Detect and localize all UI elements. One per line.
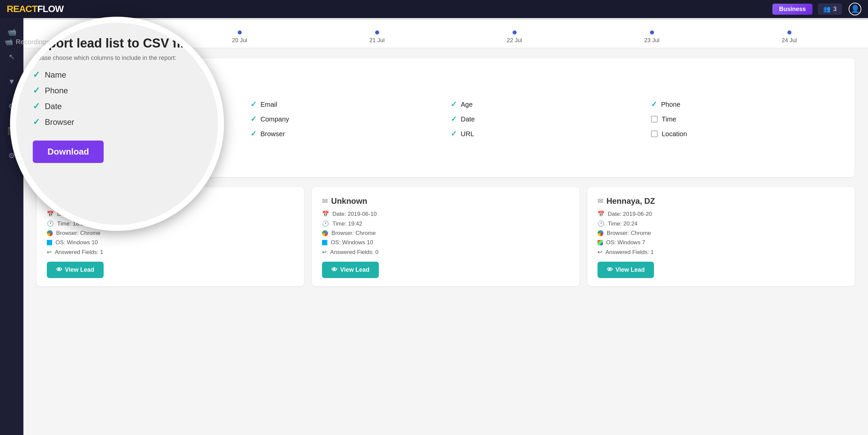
lead-2-chrome-icon xyxy=(322,230,328,236)
check-name-icon: ✓ xyxy=(50,100,56,109)
timeline-date-23jul: 23 Jul xyxy=(644,30,659,44)
lead-2-mail-icon: ✉ xyxy=(322,197,328,205)
timeline-date-24jul: 24 Jul xyxy=(782,30,797,44)
sidebar-item-heatmaps[interactable]: ↖ xyxy=(4,50,19,64)
lead-1-answered: ↩ Answered Fields: 1 xyxy=(47,249,294,256)
lead-card-3: ✉ Hennaya, DZ 📅 Date: 2019-06-20 🕐 Time:… xyxy=(587,187,855,286)
sidebar: 📹 ↖ ▼ ⚙ ⬛ ⚙ xyxy=(0,18,23,435)
lead-3-time: 🕐 Time: 20:24 xyxy=(597,220,845,227)
team-count: 3 xyxy=(833,6,837,13)
lead-2-date: 📅 Date: 2019-06-10 xyxy=(322,210,569,218)
view-lead-2-eye-icon: 👁 xyxy=(331,266,337,273)
top-navigation: REACTFLOW Business 👥 3 👤 xyxy=(0,0,868,18)
checkbox-age[interactable]: ✓ Age xyxy=(451,100,641,109)
lead-3-answered-icon: ↩ xyxy=(597,249,602,256)
lead-2-date-icon: 📅 xyxy=(322,210,329,218)
lead-2-answered: ↩ Answered Fields: 0 xyxy=(322,249,569,256)
timeline-date-21jul: 21 Jul xyxy=(369,30,384,44)
page-content: Export lead list to CSV file Please choo… xyxy=(23,48,868,435)
lead-1-chrome-icon xyxy=(47,230,53,236)
export-title: Export lead list to CSV file xyxy=(50,68,841,81)
plan-badge[interactable]: Business xyxy=(772,4,812,15)
checkbox-time[interactable]: Time xyxy=(651,115,841,123)
user-menu-button[interactable]: 👤 xyxy=(848,3,861,16)
download-button[interactable]: Download xyxy=(50,148,112,167)
sidebar-item-settings2[interactable]: ⚙ xyxy=(4,149,19,163)
checkbox-company-label: Company xyxy=(260,115,289,123)
lead-1-time: 🕐 Time: 18:30 xyxy=(47,220,294,227)
view-lead-button-3[interactable]: 👁 View Lead xyxy=(597,262,654,278)
checkbox-time-label: Time xyxy=(662,115,676,123)
check-phone-icon: ✓ xyxy=(651,100,657,109)
check-browser-icon: ✓ xyxy=(250,129,256,138)
lead-3-os: OS: Windows 7 xyxy=(597,239,845,246)
lead-3-mail-icon: ✉ xyxy=(597,197,603,205)
lead-card-2: ✉ Unknown 📅 Date: 2019-06-10 🕐 Time: 19:… xyxy=(312,187,579,286)
checkbox-location[interactable]: Location xyxy=(651,129,841,138)
check-email-icon: ✓ xyxy=(250,100,256,109)
sidebar-item-funnels[interactable]: ▼ xyxy=(4,74,19,89)
checkbox-url[interactable]: ✓ URL xyxy=(451,129,641,138)
lead-1-browser: Browser: Chrome xyxy=(47,230,294,237)
check-date-icon: ✓ xyxy=(451,115,457,123)
lead-2-windows-icon xyxy=(322,240,327,245)
checkbox-age-label: Age xyxy=(461,101,473,109)
checkbox-date-label: Date xyxy=(461,115,475,123)
check-os-icon: ✓ xyxy=(50,129,56,138)
checkbox-browser[interactable]: ✓ Browser xyxy=(250,129,441,138)
main-content: 19 Jul 20 Jul 21 Jul 22 Jul 23 Jul 24 Ju… xyxy=(23,18,868,435)
sidebar-item-settings[interactable]: ⚙ xyxy=(4,99,19,114)
lead-3-date-icon: 📅 xyxy=(597,210,604,218)
view-lead-button-2[interactable]: 👁 View Lead xyxy=(322,262,379,278)
checkbox-date[interactable]: ✓ Date xyxy=(451,115,641,123)
timeline-date-20jul: 20 Jul xyxy=(232,30,247,44)
checkbox-phone[interactable]: ✓ Phone xyxy=(651,100,841,109)
view-lead-3-eye-icon: 👁 xyxy=(607,266,613,273)
sidebar-recordings-label: 📹 Recordings xyxy=(5,38,50,46)
lead-2-browser: Browser: Chrome xyxy=(322,230,569,237)
check-company-icon: ✓ xyxy=(250,115,256,123)
export-section: Export lead list to CSV file Please choo… xyxy=(37,58,855,177)
check-url-icon: ✓ xyxy=(451,129,457,138)
lead-3-date: 📅 Date: 2019-06-20 xyxy=(597,210,845,218)
sidebar-item-recordings[interactable]: 📹 xyxy=(4,25,19,39)
lead-1-answered-icon: ↩ xyxy=(47,249,52,256)
recordings-icon: 📹 xyxy=(5,38,13,46)
unchecked-location-box xyxy=(651,130,658,137)
timeline-date-22jul: 22 Jul xyxy=(507,30,522,44)
checkbox-phone-label: Phone xyxy=(661,101,680,109)
column-checkboxes: ✓ Name ✓ Email ✓ Age ✓ Phone ✓ xyxy=(50,100,841,138)
checkbox-browser-label: Browser xyxy=(260,130,285,138)
check-gender-icon: ✓ xyxy=(50,115,56,123)
lead-3-browser: Browser: Chrome xyxy=(597,230,845,237)
logo-flow: FLOW xyxy=(37,4,63,14)
lead-1-date-icon: 📅 xyxy=(47,210,54,218)
view-lead-button-1[interactable]: 👁 View Lead xyxy=(47,262,104,278)
checkbox-os[interactable]: ✓ OS xyxy=(50,129,240,138)
lead-1-mail-icon: ✉ xyxy=(47,197,53,205)
checkbox-company[interactable]: ✓ Company xyxy=(250,115,441,123)
timeline: 19 Jul 20 Jul 21 Jul 22 Jul 23 Jul 24 Ju… xyxy=(23,18,868,48)
lead-3-location: ✉ Hennaya, DZ xyxy=(597,196,845,206)
checkbox-name[interactable]: ✓ Name xyxy=(50,100,240,109)
checkbox-gender[interactable]: ✓ Gender xyxy=(50,115,240,123)
view-lead-1-eye-icon: 👁 xyxy=(56,266,62,273)
team-badge[interactable]: 👥 3 xyxy=(818,3,842,15)
lead-1-date: 📅 Date: 2019-06-05 xyxy=(47,210,294,218)
export-subtitle: Please choose which columns to include i… xyxy=(50,84,841,91)
lead-2-answered-icon: ↩ xyxy=(322,249,327,256)
team-icon: 👥 xyxy=(823,5,831,13)
lead-1-os: OS: Windows 10 xyxy=(47,239,294,246)
checkbox-os-label: OS xyxy=(60,130,70,138)
lead-3-windows7-icon xyxy=(597,240,603,245)
lead-2-location: ✉ Unknown xyxy=(322,196,569,206)
app-logo: REACTFLOW xyxy=(7,4,64,14)
checkbox-name-label: Name xyxy=(60,101,78,109)
sidebar-item-integrations[interactable]: ⬛ xyxy=(4,124,19,139)
leads-grid: ✉ hastings, GB 📅 Date: 2019-06-05 🕐 Time… xyxy=(37,187,855,286)
checkbox-email[interactable]: ✓ Email xyxy=(250,100,441,109)
lead-3-chrome-icon xyxy=(597,230,603,236)
checkbox-location-label: Location xyxy=(662,130,687,138)
lead-3-time-icon: 🕐 xyxy=(597,220,604,227)
lead-card-1: ✉ hastings, GB 📅 Date: 2019-06-05 🕐 Time… xyxy=(37,187,304,286)
